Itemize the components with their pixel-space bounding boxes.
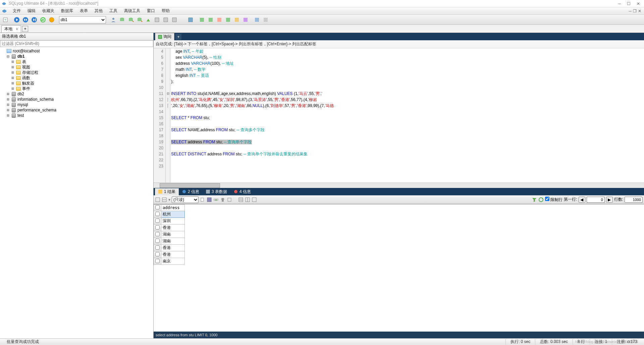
menu-window[interactable]: 窗口: [144, 7, 158, 14]
db-backup-icon[interactable]: [144, 16, 152, 24]
run-query-icon[interactable]: [13, 16, 21, 24]
menu-table[interactable]: 表单: [76, 7, 91, 14]
mdi-minimize-icon[interactable]: ─: [629, 9, 632, 13]
table-row[interactable]: 深圳: [154, 218, 185, 225]
menu-file[interactable]: 文件: [9, 7, 24, 14]
sidebar-filter-input[interactable]: [0, 40, 153, 47]
menu-advanced-tools[interactable]: 高级工具: [121, 7, 144, 14]
new-connection-icon[interactable]: +: [1, 16, 9, 24]
sql-editor[interactable]: 4567891011121314151617181920212223 ⊟││ a…: [154, 48, 644, 183]
next-page-button[interactable]: ▶: [606, 197, 613, 203]
run-all-icon[interactable]: [21, 16, 30, 24]
tree-folder-events[interactable]: ⊞事件: [1, 86, 152, 91]
database-selector[interactable]: db1: [59, 16, 106, 23]
table-row[interactable]: 香港: [154, 225, 185, 231]
editor-fold-column[interactable]: ⊟││: [166, 48, 170, 183]
tool-3-icon[interactable]: [215, 16, 223, 24]
maximize-icon[interactable]: ☐: [627, 1, 631, 6]
tree-db-db2[interactable]: ⊞db2: [1, 91, 152, 97]
tool-2-icon[interactable]: [207, 16, 215, 24]
duplicate-row-icon[interactable]: [227, 197, 232, 202]
tree-folder-procs[interactable]: ⊞存储过程: [1, 70, 152, 75]
prev-page-button[interactable]: ◀: [579, 197, 585, 203]
table-row[interactable]: 湖南: [154, 231, 185, 238]
schema-sync-icon[interactable]: [170, 16, 178, 24]
minimize-icon[interactable]: ─: [618, 1, 621, 6]
tree-server-root[interactable]: root@localhost: [1, 48, 152, 54]
view-mode-2-icon[interactable]: [245, 197, 250, 202]
db-import-icon[interactable]: [136, 16, 144, 24]
save-icon[interactable]: [207, 197, 212, 202]
result-tab-tabledata[interactable]: 3 表数据: [203, 188, 230, 195]
rows-input[interactable]: [625, 197, 643, 203]
tree-db-info-schema[interactable]: ⊞information_schema: [1, 97, 152, 102]
svg-rect-15: [164, 18, 168, 22]
close-icon[interactable]: ✕: [637, 1, 640, 6]
connection-tab-local[interactable]: 本地 ×: [1, 25, 21, 33]
menu-favorites[interactable]: 收藏夹: [39, 7, 58, 14]
table-row[interactable]: 香港: [154, 245, 185, 251]
column-header-address[interactable]: address: [161, 205, 185, 211]
result-tab-info[interactable]: 2 信息: [179, 188, 203, 195]
mdi-restore-icon[interactable]: ❐: [633, 9, 637, 13]
app-menu-icon[interactable]: [1, 8, 7, 14]
menu-edit[interactable]: 编辑: [24, 7, 39, 14]
stop-icon[interactable]: [48, 16, 56, 24]
table-row[interactable]: 湖南: [154, 238, 185, 245]
db-refresh-icon[interactable]: [118, 16, 126, 24]
tool-5-icon[interactable]: [233, 16, 241, 24]
tree-db-perf-schema[interactable]: ⊞performance_schema: [1, 107, 152, 113]
tool-7-icon[interactable]: [253, 16, 261, 24]
select-all-checkbox[interactable]: [155, 205, 160, 209]
refresh-icon[interactable]: [39, 16, 47, 24]
refresh-results-icon[interactable]: [538, 197, 544, 202]
user-icon[interactable]: [109, 16, 117, 24]
menu-other[interactable]: 其他: [91, 7, 106, 14]
tool-8-icon[interactable]: [262, 16, 270, 24]
result-grid[interactable]: address 杭州 深圳 香港 湖南 湖南 香港 香港 南京: [154, 204, 644, 265]
tree-db-db1[interactable]: ⊟db1: [1, 54, 152, 59]
table-row[interactable]: 杭州: [154, 211, 185, 218]
editor-horizontal-scrollbar[interactable]: [154, 183, 644, 188]
tree-folder-views[interactable]: ⊞视图: [1, 64, 152, 70]
menu-tools[interactable]: 工具: [106, 7, 121, 14]
view-mode-3-icon[interactable]: [252, 197, 257, 202]
menu-database[interactable]: 数据库: [58, 7, 76, 14]
tool-6-icon[interactable]: [241, 16, 250, 24]
db-sync-icon[interactable]: [153, 16, 161, 24]
view-mode-1-icon[interactable]: [238, 197, 244, 202]
delete-row-icon[interactable]: [220, 197, 225, 202]
tool-1-icon[interactable]: [198, 16, 206, 24]
add-row-icon[interactable]: +: [213, 197, 219, 202]
connection-tab-add[interactable]: +: [22, 26, 28, 32]
form-view-icon[interactable]: [162, 197, 167, 202]
object-tree[interactable]: root@localhost ⊟db1 ⊞表 ⊞视图 ⊞存储过程 ⊞函数 ⊞触发…: [0, 47, 153, 338]
limit-rows-checkbox[interactable]: 限制行: [545, 197, 562, 203]
mdi-close-icon[interactable]: ✕: [638, 9, 641, 13]
readonly-mode-select[interactable]: (只读): [172, 196, 199, 203]
tree-folder-funcs[interactable]: ⊞函数: [1, 75, 152, 81]
tree-folder-tables[interactable]: ⊞表: [1, 59, 152, 64]
table-row[interactable]: 南京: [154, 258, 185, 265]
result-tab-result[interactable]: 1 结果: [155, 188, 179, 195]
tree-folder-triggers[interactable]: ⊞触发器: [1, 81, 152, 86]
editor-code[interactable]: age INT, -- 年龄 sex VARCHAR(5), -- 性别 add…: [170, 48, 644, 183]
tree-db-test[interactable]: ⊞test: [1, 113, 152, 118]
tree-db-mysql[interactable]: ⊞mysql: [1, 102, 152, 107]
connection-tab-close-icon[interactable]: ×: [16, 27, 18, 32]
export-csv-icon[interactable]: [186, 16, 195, 24]
first-row-input[interactable]: [587, 197, 605, 203]
menu-help[interactable]: 帮助: [158, 7, 173, 14]
filter-icon[interactable]: [532, 197, 537, 202]
copy-icon[interactable]: [200, 197, 205, 202]
table-sync-icon[interactable]: [162, 16, 170, 24]
table-row[interactable]: 香港: [154, 251, 185, 258]
grid-view-icon[interactable]: [155, 197, 160, 202]
tool-4-icon[interactable]: [224, 16, 232, 24]
query-tab-1[interactable]: 询问: [155, 33, 174, 40]
db-export-icon[interactable]: [127, 16, 135, 24]
query-tab-add[interactable]: +: [175, 34, 181, 40]
result-tab-info2[interactable]: 4 信息: [230, 188, 254, 195]
query-tabs: 询问 +: [154, 33, 644, 40]
run-step-icon[interactable]: [30, 16, 38, 24]
